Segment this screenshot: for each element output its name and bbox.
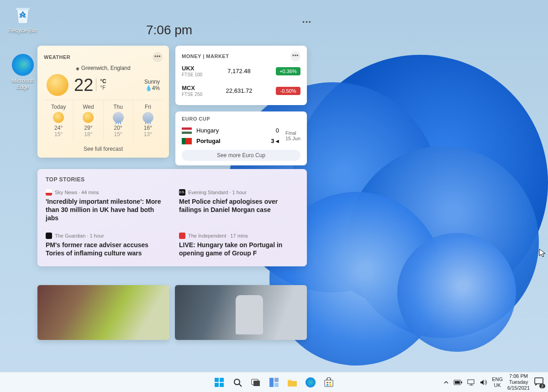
weather-title: WEATHER	[44, 54, 70, 60]
svg-rect-12	[329, 382, 331, 383]
rain-icon	[142, 112, 153, 123]
widgets-panel: WEATHER ••• ◉ Greenwich, England 22 °C °…	[37, 46, 307, 158]
sun-icon	[83, 112, 94, 123]
news-thumbnails	[37, 285, 307, 340]
source-icon	[46, 189, 52, 196]
task-view-button[interactable]	[249, 376, 263, 389]
svg-rect-16	[455, 381, 460, 384]
widgets-button[interactable]	[267, 376, 281, 389]
weather-location: Greenwich, England	[81, 65, 131, 71]
story-item[interactable]: Sky News · 44 mins 'Incredibly important…	[46, 189, 165, 222]
match-team-row: Portugal 3 ◂	[182, 136, 279, 146]
euro-see-more-link[interactable]: See more Euro Cup	[182, 150, 300, 161]
story-headline[interactable]: 'Incredibly important milestone': More t…	[46, 197, 165, 222]
story-item[interactable]: The Guardian · 1 hour PM's former race a…	[46, 233, 165, 257]
edge-icon	[12, 54, 34, 76]
weather-sun-icon	[47, 74, 68, 96]
battery-icon[interactable]	[453, 380, 463, 385]
forecast-day[interactable]: Fri 16° 13°	[133, 100, 163, 141]
weather-full-forecast-link[interactable]: See full forecast	[44, 141, 163, 153]
flag-icon	[182, 138, 192, 144]
euro-cup-card[interactable]: EURO CUP Hungary 0 Portugal 3 ◂ Final 15…	[175, 111, 307, 165]
source-icon	[179, 233, 185, 239]
svg-rect-19	[535, 378, 543, 384]
rain-icon	[113, 112, 124, 123]
weather-temp: 22	[74, 75, 93, 95]
weather-condition: Sunny	[144, 79, 160, 85]
weather-precip: 💧4%	[144, 85, 160, 91]
desktop-icon-label: Microsoft Edge	[5, 78, 40, 90]
widgets-menu-button[interactable]: •••	[302, 18, 312, 26]
svg-rect-3	[220, 383, 224, 387]
story-headline[interactable]: Met Police chief apologises over failing…	[179, 197, 299, 214]
svg-rect-0	[215, 378, 219, 382]
svg-rect-1	[220, 378, 224, 382]
volume-icon[interactable]	[480, 379, 487, 386]
money-card[interactable]: MONEY | MARKET ••• UKXFTSE 100 7,172.48 …	[175, 46, 307, 105]
svg-rect-9	[274, 383, 279, 387]
forecast-day[interactable]: Wed 29° 18°	[74, 100, 103, 141]
news-thumbnail[interactable]	[175, 285, 307, 340]
desktop-icon-edge[interactable]: Microsoft Edge	[5, 54, 40, 90]
store-button[interactable]	[322, 376, 336, 389]
notification-badge: 2	[539, 384, 545, 388]
story-item[interactable]: The Independent · 17 mins LIVE: Hungary …	[179, 233, 299, 257]
clock-date[interactable]: 7:06 PMTuesday6/15/2021	[507, 373, 530, 391]
flag-icon	[182, 127, 192, 134]
unit-f[interactable]: °F	[100, 85, 106, 91]
search-button[interactable]	[231, 376, 244, 389]
svg-rect-11	[327, 382, 328, 383]
taskbar: ENGUK 7:06 PMTuesday6/15/2021 2	[0, 372, 548, 392]
recycle-bin-icon	[12, 4, 34, 26]
story-item[interactable]: ES.Evening Standard · 1 hour Met Police …	[179, 189, 299, 222]
svg-rect-2	[215, 383, 219, 387]
start-button[interactable]	[212, 376, 226, 389]
euro-title: EURO CUP	[182, 116, 300, 122]
svg-rect-17	[461, 381, 462, 383]
source-icon	[46, 233, 52, 239]
forecast-day[interactable]: Thu 20° 15°	[104, 100, 133, 141]
match-status: Final	[285, 130, 300, 136]
top-stories-title: TOP STORIES	[46, 176, 299, 183]
money-title: MONEY | MARKET	[182, 53, 229, 59]
desktop-icon-recycle-bin[interactable]: Recycle Bin	[5, 4, 40, 34]
top-stories-card[interactable]: TOP STORIES Sky News · 44 mins 'Incredib…	[37, 169, 307, 266]
desktop-icon-label: Recycle Bin	[5, 27, 40, 34]
edge-taskbar-button[interactable]	[304, 376, 317, 389]
network-icon[interactable]	[467, 379, 475, 386]
widgets-time: 7:06 pm	[146, 23, 192, 37]
svg-rect-18	[468, 380, 474, 384]
svg-rect-8	[274, 378, 279, 382]
match-team-row: Hungary 0	[182, 125, 279, 136]
unit-c[interactable]: °C	[100, 78, 106, 85]
svg-rect-10	[325, 380, 333, 387]
forecast-day[interactable]: Today 24° 15°	[44, 100, 74, 141]
svg-rect-6	[253, 381, 260, 386]
sun-icon	[53, 112, 64, 123]
notifications-button[interactable]: 2	[534, 377, 544, 387]
weather-card[interactable]: WEATHER ••• ◉ Greenwich, England 22 °C °…	[37, 46, 169, 158]
tray-chevron-icon[interactable]	[443, 380, 449, 385]
file-explorer-button[interactable]	[285, 376, 299, 389]
money-more-button[interactable]: •••	[290, 51, 300, 61]
svg-rect-7	[269, 378, 274, 387]
story-headline[interactable]: LIVE: Hungary take on Portugal in openin…	[179, 241, 299, 257]
weather-more-button[interactable]: •••	[153, 52, 163, 62]
story-headline[interactable]: PM's former race adviser accuses Tories …	[46, 241, 165, 257]
change-pill: +0.36%	[276, 67, 300, 75]
svg-rect-13	[327, 384, 328, 386]
match-date: 15 Jun	[285, 136, 300, 141]
language-indicator[interactable]: ENGUK	[492, 376, 503, 388]
stock-row[interactable]: UKXFTSE 100 7,172.48 +0.36%	[182, 61, 300, 81]
source-icon: ES.	[179, 189, 185, 196]
mouse-cursor-icon	[539, 249, 546, 258]
stock-row[interactable]: MCXFTSE 250 22,631.72 -0.50%	[182, 81, 300, 101]
news-thumbnail[interactable]	[37, 285, 169, 340]
change-pill: -0.50%	[276, 87, 300, 95]
svg-rect-14	[329, 384, 331, 386]
svg-point-4	[234, 379, 240, 385]
